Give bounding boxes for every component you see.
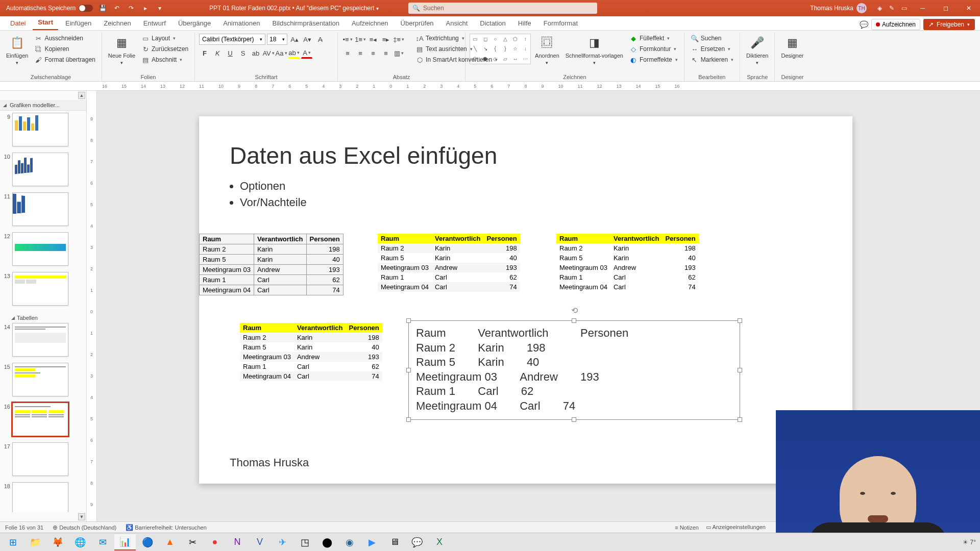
decrease-indent-button[interactable]: ≡◂	[368, 34, 379, 45]
slide-thumb-14[interactable]	[12, 323, 68, 357]
resize-handle[interactable]	[406, 318, 411, 323]
undo-icon[interactable]: ↶	[112, 4, 121, 13]
ribbon-mode-icon[interactable]: ✎	[887, 4, 896, 13]
panel-scroll-down[interactable]: ▼	[78, 513, 85, 520]
text-direction-button[interactable]: ↕ATextrichtung	[413, 34, 500, 43]
change-case-button[interactable]: Aa	[276, 47, 287, 59]
slide-title[interactable]: Daten aus Excel einfügen	[230, 142, 822, 169]
table-paste-values[interactable]: RaumVerantwortlichPersonen Raum 2Karin19…	[240, 323, 382, 381]
task-explorer-icon[interactable]: 📁	[24, 534, 46, 550]
table-paste-picture[interactable]: RaumVerantwortlichPersonen Raum 2Karin19…	[556, 234, 699, 292]
resize-handle[interactable]	[406, 368, 411, 372]
quick-styles-button[interactable]: ◨Schnellformat-vorlagen▾	[564, 34, 625, 66]
arrange-button[interactable]: ⿴Anordnen▾	[533, 34, 561, 66]
resize-handle[interactable]	[406, 417, 411, 422]
rotate-handle[interactable]: ⟲	[571, 306, 578, 315]
status-language[interactable]: ⊕ Deutsch (Deutschland)	[53, 524, 116, 531]
shape-fill-button[interactable]: ◆Fülleffekt	[627, 34, 680, 43]
task-app6-icon[interactable]: 💬	[406, 534, 428, 550]
char-spacing-button[interactable]: AV	[263, 47, 274, 59]
slide-thumb-13[interactable]	[12, 272, 68, 306]
text-content[interactable]: Raum Verantwortlich Personen Raum 2 Kari…	[409, 321, 740, 419]
resize-handle[interactable]	[738, 368, 742, 372]
bullet-item[interactable]: Vor/Nachteile	[240, 196, 822, 209]
designer-button[interactable]: ▦Designer	[779, 34, 805, 60]
tab-file[interactable]: Datei	[5, 16, 31, 30]
cut-button[interactable]: ✂Ausschneiden	[32, 34, 97, 43]
redo-icon[interactable]: ↷	[127, 4, 136, 13]
task-app2-icon[interactable]: ●	[204, 534, 226, 550]
task-app3-icon[interactable]: ◳	[294, 534, 315, 550]
shape-effects-button[interactable]: ◐Formeffekte	[627, 55, 680, 64]
tab-design[interactable]: Entwurf	[138, 16, 171, 30]
slide-thumb-16[interactable]	[12, 403, 68, 436]
highlight-button[interactable]: ab	[288, 47, 300, 59]
panel-scroll-up[interactable]: ▲	[78, 92, 85, 99]
task-onenote-icon[interactable]: N	[227, 534, 248, 550]
record-button[interactable]: Aufzeichnen	[871, 19, 920, 30]
slide-thumb-10[interactable]	[12, 153, 68, 186]
slide-footer-author[interactable]: Thomas Hruska	[230, 456, 309, 469]
resize-handle[interactable]	[738, 318, 742, 323]
bullet-item[interactable]: Optionen	[240, 180, 822, 193]
tab-start[interactable]: Start	[33, 15, 58, 30]
search-box[interactable]: 🔍 Suchen	[408, 3, 597, 14]
paste-button[interactable]: 📋 Einfügen▾	[4, 34, 30, 66]
copy-button[interactable]: ⿻Kopieren	[32, 44, 97, 54]
new-slide-button[interactable]: ▦ Neue Folie▾	[106, 34, 137, 66]
smartart-button[interactable]: ⬡In SmartArt konvertieren	[413, 55, 500, 64]
slide-thumb-17[interactable]	[12, 442, 68, 476]
task-excel-icon[interactable]: X	[429, 534, 450, 550]
dictate-button[interactable]: 🎤Diktieren▾	[744, 34, 770, 66]
align-left-button[interactable]: ≡	[342, 47, 353, 59]
slide-thumb-12[interactable]	[12, 232, 68, 266]
task-powerpoint-icon[interactable]: 📊	[114, 534, 136, 550]
status-display-settings[interactable]: ▭ Anzeigeeinstellungen	[706, 524, 766, 531]
tab-insert[interactable]: Einfügen	[60, 16, 96, 30]
bullets-button[interactable]: •≡	[342, 34, 353, 45]
shadow-button[interactable]: S	[237, 47, 249, 59]
shape-outline-button[interactable]: ◇Formkontur	[627, 44, 680, 54]
font-size-combo[interactable]: 18▾	[267, 34, 287, 45]
task-visio-icon[interactable]: V	[249, 534, 271, 550]
tab-slideshow[interactable]: Bildschirmpräsentation	[267, 16, 345, 30]
replace-button[interactable]: ↔Ersetzen	[689, 44, 736, 54]
task-telegram-icon[interactable]: ✈	[272, 534, 293, 550]
task-vlc-icon[interactable]: ▲	[159, 534, 181, 550]
tab-transitions[interactable]: Übergänge	[173, 16, 216, 30]
close-button[interactable]: ✕	[957, 0, 980, 16]
document-name[interactable]: PPT 01 Roter Faden 002.pptx • Auf "diese…	[209, 5, 379, 12]
select-button[interactable]: ↖Markieren	[689, 55, 736, 64]
strikethrough-button[interactable]: ab	[250, 47, 261, 59]
section-button[interactable]: ▤Abschnitt	[139, 55, 190, 64]
reset-button[interactable]: ↻Zurücksetzen	[139, 44, 190, 54]
align-right-button[interactable]: ≡	[368, 47, 379, 59]
tab-dictation[interactable]: Dictation	[475, 16, 511, 30]
format-painter-button[interactable]: 🖌Format übertragen	[32, 55, 97, 64]
resize-handle[interactable]	[738, 417, 742, 422]
user-account[interactable]: Thomas Hruska TH ◈ ✎ ▭	[810, 3, 909, 13]
line-spacing-button[interactable]: ‡≡	[393, 34, 404, 45]
section-header-graphics[interactable]: Grafiken modellier...	[0, 100, 86, 111]
underline-button[interactable]: U	[225, 47, 236, 59]
tab-shapeformat[interactable]: Formformat	[538, 16, 583, 30]
start-menu-icon[interactable]: ⊞	[2, 534, 23, 550]
columns-button[interactable]: ▥	[393, 47, 404, 59]
section-header-tables[interactable]: Tabellen	[2, 312, 84, 323]
autosave-toggle[interactable]: Automatisches Speichern	[6, 5, 93, 12]
slide[interactable]: Daten aus Excel einfügen Optionen Vor/Na…	[199, 116, 852, 484]
slide-thumb-15[interactable]	[12, 363, 68, 396]
tab-help[interactable]: Hilfe	[513, 16, 536, 30]
slide-thumb-9[interactable]	[12, 113, 68, 146]
status-slide-count[interactable]: Folie 16 von 31	[5, 524, 43, 531]
tab-record[interactable]: Aufzeichnen	[347, 16, 394, 30]
resize-handle[interactable]	[572, 318, 576, 323]
share-button[interactable]: ↗Freigeben▾	[923, 19, 975, 30]
ribbon-display-icon[interactable]: ▭	[899, 4, 909, 13]
bold-button[interactable]: F	[199, 47, 210, 59]
slide-thumb-18[interactable]	[12, 482, 68, 512]
align-center-button[interactable]: ≡	[355, 47, 366, 59]
table-paste-formatted[interactable]: RaumVerantwortlichPersonen Raum 2Karin19…	[378, 234, 520, 292]
tab-view[interactable]: Ansicht	[441, 16, 473, 30]
clear-formatting-icon[interactable]: A̶	[314, 34, 326, 45]
